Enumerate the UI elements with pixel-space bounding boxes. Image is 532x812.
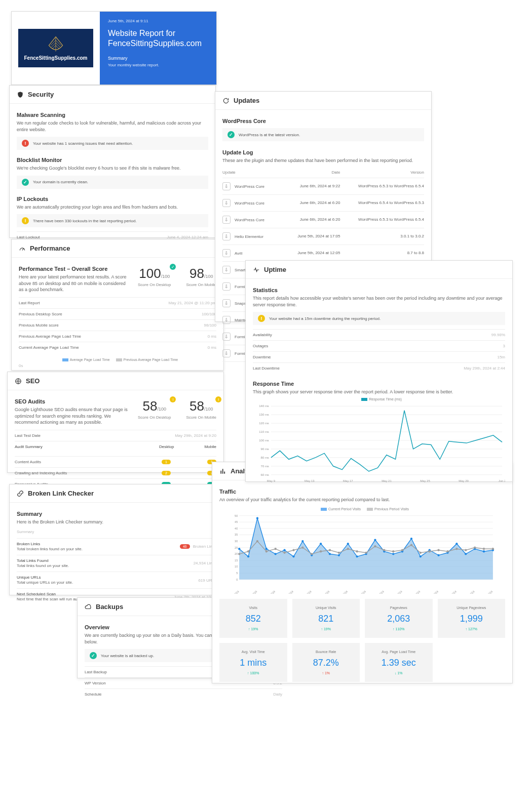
blc-row-key: Unique URLs xyxy=(17,575,73,580)
svg-text:May 19, 2024: May 19, 2024 xyxy=(333,590,348,594)
svg-line-2 xyxy=(51,40,56,45)
metric-title: Visits xyxy=(221,606,285,610)
performance-title: Performance xyxy=(30,245,70,252)
metric-box: Pageviews 2,063 ↑ 110% xyxy=(365,599,433,638)
svg-point-103 xyxy=(265,550,268,552)
kv-key: Current Average Page Load Time xyxy=(19,345,79,350)
svg-text:Jun 2: Jun 2 xyxy=(499,479,505,482)
check-icon: ✓ xyxy=(227,131,235,138)
logo-box: FenceSittingSupplies.com xyxy=(18,29,93,67)
security-card: Security Malware Scanning We run regular… xyxy=(9,85,216,238)
metric-box: Visits 852 ↑ 19% xyxy=(219,599,287,638)
audit-row: Content Audits 1 1 xyxy=(15,456,216,467)
kv-value: May 21, 2024 @ 11:20 pm xyxy=(169,301,216,305)
cloud-icon xyxy=(85,603,92,611)
uptime-stats-desc: This report details how accessible your … xyxy=(253,295,505,308)
metric-box: Avg. Visit Time 1 mins ↑ 100% xyxy=(219,643,287,682)
svg-point-81 xyxy=(329,553,331,555)
kv-row: Outages 3 xyxy=(253,340,505,351)
metric-box: Bounce Rate 87.2% ↑ 1% xyxy=(292,643,360,682)
package-icon: ⇩ xyxy=(222,349,231,357)
kv-value: 3 xyxy=(503,344,505,348)
refresh-icon xyxy=(222,97,230,104)
package-icon: ⇩ xyxy=(222,232,231,240)
svg-point-117 xyxy=(392,550,394,552)
update-version: 8.7 to 8.8 xyxy=(340,245,424,261)
svg-point-111 xyxy=(338,551,340,553)
wpcore-heading: WordPress Core xyxy=(222,118,424,124)
traffic-legend: Current Period Visits Previous Period Vi… xyxy=(219,507,505,511)
security-title: Security xyxy=(28,91,54,98)
table-row: ⇩Hello Elementor June 5th, 2024 at 17:05… xyxy=(222,228,424,245)
svg-point-112 xyxy=(347,548,349,550)
seo-audits-desc: Google Lighthouse SEO audits ensure that… xyxy=(15,407,128,426)
svg-text:45: 45 xyxy=(235,520,238,523)
metric-value: 1.39 sec xyxy=(367,658,431,668)
svg-point-82 xyxy=(338,554,340,556)
svg-text:60 ms: 60 ms xyxy=(261,473,269,476)
svg-point-88 xyxy=(392,553,394,555)
seo-card: SEO SEO Audits Google Lighthouse SEO aud… xyxy=(7,372,224,473)
svg-point-108 xyxy=(311,553,313,555)
report-header: FenceSittingSupplies.com June 5th, 2024 … xyxy=(11,11,217,85)
svg-point-84 xyxy=(356,555,358,557)
metric-delta: ↑ 110% xyxy=(367,627,431,631)
audit-row: Crawling and Indexing Audits 2 2 xyxy=(15,467,216,478)
perf-axis-zero: 0s xyxy=(19,363,216,368)
update-version: WordPress 6.5.4 to WordPress 6.5.3 xyxy=(340,194,424,211)
kv-row: Previous Desktop Score 100/100 xyxy=(19,308,216,319)
blocklist-heading: Blocklist Monitor xyxy=(17,157,208,163)
wpcore-status: WordPress is at the latest version. xyxy=(239,133,300,137)
svg-text:May 9: May 9 xyxy=(267,479,276,482)
svg-point-114 xyxy=(365,551,367,553)
svg-text:140 ms: 140 ms xyxy=(259,404,269,408)
response-time-chart: 140 ms130 ms120 ms110 ms100 ms90 ms80 ms… xyxy=(253,403,505,484)
link-icon xyxy=(17,490,24,497)
col-version: Version xyxy=(340,167,424,178)
metric-box: Unique Visits 821 ↑ 19% xyxy=(292,599,360,638)
malware-status: Your website has 1 scanning issues that … xyxy=(33,141,133,146)
response-time-desc: This graph shows your server response ti… xyxy=(253,389,505,395)
seo-head: SEO xyxy=(8,372,223,390)
kv-key: Schedule xyxy=(85,692,101,697)
logo-panel: FenceSittingSupplies.com xyxy=(12,12,100,85)
svg-text:90 ms: 90 ms xyxy=(261,448,269,451)
broken-link-card: Broken Link Checker Summary Here is the … xyxy=(9,484,224,595)
uptime-status-row: ! Your website had a 15m downtime during… xyxy=(253,312,505,325)
kv-row: Last Report May 21, 2024 @ 11:20 pm xyxy=(19,297,216,308)
svg-text:25: 25 xyxy=(235,546,238,549)
svg-point-86 xyxy=(374,539,376,541)
table-row: ⇩Avril June 5th, 2024 at 12:05 8.7 to 8.… xyxy=(222,245,424,261)
audit-name: Crawling and Indexing Audits xyxy=(15,471,67,475)
backups-status: Your website is all backed up. xyxy=(101,654,154,658)
package-icon: ⇩ xyxy=(222,182,231,190)
blocklist-status-row: ✓ Your domain is currently clean. xyxy=(17,176,208,189)
blc-row-desc: Total links found on your site. xyxy=(17,563,69,569)
svg-point-95 xyxy=(455,543,458,545)
svg-text:May 7, 2024: May 7, 2024 xyxy=(225,590,240,594)
svg-point-109 xyxy=(320,550,322,552)
svg-line-3 xyxy=(56,43,60,47)
perf-legend: Average Page Load Time Previous Average … xyxy=(19,358,216,361)
svg-text:May 17: May 17 xyxy=(343,479,353,482)
blc-row-key: Total Links Found xyxy=(17,558,69,563)
package-icon: ⇩ xyxy=(222,333,231,341)
gauge-icon xyxy=(19,245,26,252)
metric-box: Avg. Page Load Time 1.39 sec ↓ 1% xyxy=(365,643,433,682)
perf-rows: Last Report May 21, 2024 @ 11:20 pm Prev… xyxy=(19,297,216,353)
blc-row-desc: Total broken links found on your site. xyxy=(17,546,83,552)
desktop-pill: 1 xyxy=(162,460,171,464)
blc-row-desc: Total unique URLs on your site. xyxy=(17,580,73,585)
svg-point-120 xyxy=(420,551,422,553)
svg-text:10: 10 xyxy=(235,565,238,568)
backups-title: Backups xyxy=(96,603,123,611)
svg-text:Jun 4, 2024: Jun 4, 2024 xyxy=(480,590,493,594)
svg-text:May 17, 2024: May 17, 2024 xyxy=(315,590,330,594)
metric-value: 2,063 xyxy=(367,614,431,624)
metric-value: 852 xyxy=(221,614,285,624)
svg-point-83 xyxy=(347,543,349,545)
svg-point-102 xyxy=(256,540,258,542)
svg-text:May 27, 2024: May 27, 2024 xyxy=(405,590,421,594)
metric-delta: ↑ 19% xyxy=(221,627,285,631)
update-date: June 5th, 2024 at 12:05 xyxy=(286,245,340,261)
